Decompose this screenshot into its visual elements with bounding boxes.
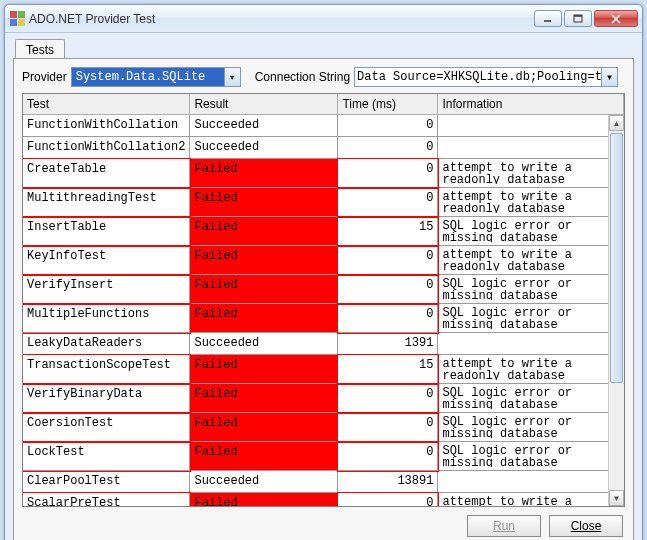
cell-test: VerifyBinaryData [23, 384, 190, 413]
cell-time: 0 [338, 384, 438, 413]
cell-time: 0 [338, 246, 438, 275]
cell-info [438, 333, 624, 355]
table-row[interactable]: MultipleFunctionsFailed0SQL logic error … [23, 304, 624, 333]
content-pane: Provider System.Data.SQLite ▼ Connection… [13, 58, 634, 540]
cell-test: CreateTable [23, 159, 190, 188]
connection-string-input[interactable]: Data Source=XHKSQLite.db;Pooling=true;Fa [354, 67, 602, 87]
cell-result: Failed [190, 275, 338, 304]
provider-label: Provider [22, 70, 67, 84]
run-button[interactable]: Run [467, 515, 541, 537]
table-row[interactable]: KeyInfoTestFailed0attempt to write a rea… [23, 246, 624, 275]
chevron-down-icon[interactable]: ▼ [224, 68, 240, 86]
table-row[interactable]: FunctionWithCollationSucceeded0 [23, 115, 624, 137]
cell-info: SQL logic error or missing database [438, 384, 624, 413]
cell-test: LockTest [23, 442, 190, 471]
maximize-button[interactable] [564, 10, 592, 27]
cell-time: 0 [338, 442, 438, 471]
cell-time: 0 [338, 115, 438, 137]
cell-test: MultipleFunctions [23, 304, 190, 333]
cell-result: Succeeded [190, 333, 338, 355]
provider-dropdown[interactable]: System.Data.SQLite ▼ [71, 67, 241, 87]
table-row[interactable]: VerifyInsertFailed0SQL logic error or mi… [23, 275, 624, 304]
scrollbar-thumb[interactable] [610, 133, 623, 383]
cell-result: Succeeded [190, 471, 338, 493]
scroll-down-icon[interactable]: ▼ [609, 490, 624, 506]
window-title: ADO.NET Provider Test [29, 12, 534, 26]
cell-result: Failed [190, 355, 338, 384]
table-row[interactable]: ScalarPreTestFailed0attempt to write a r… [23, 493, 624, 508]
scrollbar-track[interactable] [609, 131, 624, 490]
cell-test: LeakyDataReaders [23, 333, 190, 355]
cell-time: 15 [338, 355, 438, 384]
cell-test: InsertTable [23, 217, 190, 246]
table-row[interactable]: MultithreadingTestFailed0attempt to writ… [23, 188, 624, 217]
cell-test: MultithreadingTest [23, 188, 190, 217]
cell-info [438, 471, 624, 493]
cell-result: Failed [190, 304, 338, 333]
table-row[interactable]: TransactionScopeTestFailed15attempt to w… [23, 355, 624, 384]
cell-time: 0 [338, 275, 438, 304]
chevron-down-icon[interactable]: ▼ [602, 67, 618, 87]
col-header-time[interactable]: Time (ms) [338, 94, 438, 115]
cell-result: Failed [190, 384, 338, 413]
table-row[interactable]: InsertTableFailed15SQL logic error or mi… [23, 217, 624, 246]
cell-info: attempt to write a readonly database [438, 159, 624, 188]
vertical-scrollbar[interactable]: ▲ ▼ [608, 115, 624, 506]
col-header-result[interactable]: Result [190, 94, 338, 115]
cell-time: 0 [338, 493, 438, 508]
cell-time: 0 [338, 137, 438, 159]
table-row[interactable]: VerifyBinaryDataFailed0SQL logic error o… [23, 384, 624, 413]
cell-info: SQL logic error or missing database [438, 275, 624, 304]
cell-time: 0 [338, 413, 438, 442]
cell-info: SQL logic error or missing database [438, 442, 624, 471]
cell-time: 13891 [338, 471, 438, 493]
toolbar: Provider System.Data.SQLite ▼ Connection… [22, 67, 625, 87]
table-row[interactable]: CreateTableFailed0attempt to write a rea… [23, 159, 624, 188]
col-header-test[interactable]: Test [23, 94, 190, 115]
cell-test: ScalarPreTest [23, 493, 190, 508]
cell-info: SQL logic error or missing database [438, 217, 624, 246]
close-window-button[interactable] [594, 10, 638, 27]
cell-test: VerifyInsert [23, 275, 190, 304]
button-row: Run Close [22, 507, 625, 537]
main-window: ADO.NET Provider Test Tests Provider Sys… [4, 4, 643, 540]
cell-info [438, 137, 624, 159]
cell-result: Succeeded [190, 137, 338, 159]
close-button[interactable]: Close [549, 515, 623, 537]
cell-test: FunctionWithCollation [23, 115, 190, 137]
cell-time: 0 [338, 304, 438, 333]
cell-test: FunctionWithCollation2 [23, 137, 190, 159]
cell-result: Failed [190, 188, 338, 217]
cell-result: Failed [190, 493, 338, 508]
cell-info [438, 115, 624, 137]
cell-result: Failed [190, 246, 338, 275]
cell-result: Failed [190, 442, 338, 471]
connection-string-label: Connection String [255, 70, 350, 84]
tab-tests[interactable]: Tests [15, 39, 65, 59]
grid-header-row: Test Result Time (ms) Information [23, 94, 624, 115]
table-row[interactable]: LockTestFailed0SQL logic error or missin… [23, 442, 624, 471]
cell-info: attempt to write a readonly database [438, 493, 624, 508]
cell-info: SQL logic error or missing database [438, 413, 624, 442]
col-header-info[interactable]: Information [438, 94, 624, 115]
scroll-up-icon[interactable]: ▲ [609, 115, 624, 131]
table-row[interactable]: CoersionTestFailed0SQL logic error or mi… [23, 413, 624, 442]
cell-time: 1391 [338, 333, 438, 355]
cell-time: 0 [338, 188, 438, 217]
cell-info: attempt to write a readonly database [438, 246, 624, 275]
cell-info: attempt to write a readonly database [438, 355, 624, 384]
cell-time: 15 [338, 217, 438, 246]
cell-test: CoersionTest [23, 413, 190, 442]
table-row[interactable]: ClearPoolTestSucceeded13891 [23, 471, 624, 493]
provider-value: System.Data.SQLite [72, 70, 224, 84]
cell-time: 0 [338, 159, 438, 188]
app-icon [9, 11, 25, 27]
table-row[interactable]: FunctionWithCollation2Succeeded0 [23, 137, 624, 159]
cell-info: SQL logic error or missing database [438, 304, 624, 333]
table-row[interactable]: LeakyDataReadersSucceeded1391 [23, 333, 624, 355]
results-grid: Test Result Time (ms) Information Functi… [22, 93, 625, 507]
minimize-button[interactable] [534, 10, 562, 27]
cell-test: ClearPoolTest [23, 471, 190, 493]
cell-result: Succeeded [190, 115, 338, 137]
titlebar[interactable]: ADO.NET Provider Test [5, 5, 642, 33]
